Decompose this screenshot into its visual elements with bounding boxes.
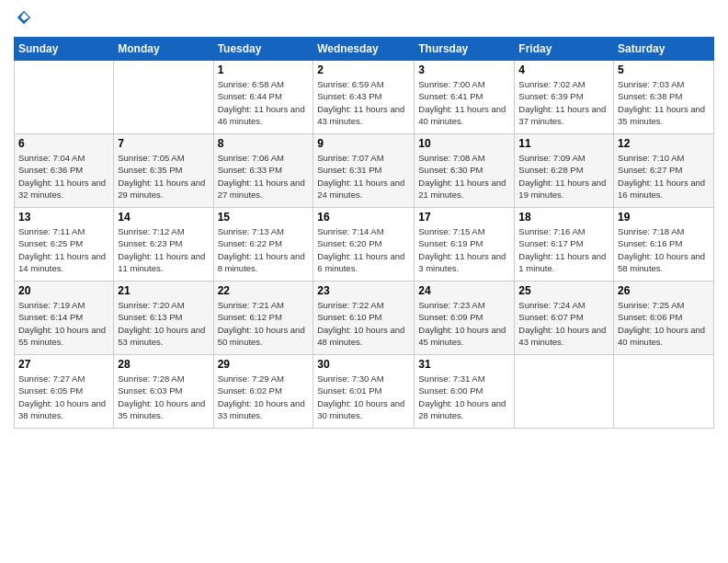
weekday-header-wednesday: Wednesday (313, 38, 415, 61)
day-number: 27 (18, 358, 109, 371)
logo-icon (16, 9, 32, 26)
calendar-cell: 2Sunrise: 6:59 AM Sunset: 6:43 PM Daylig… (313, 61, 415, 134)
day-number: 30 (317, 358, 410, 371)
day-number: 2 (317, 63, 410, 76)
day-number: 15 (218, 211, 310, 224)
day-number: 7 (118, 137, 209, 150)
calendar-cell: 4Sunrise: 7:02 AM Sunset: 6:39 PM Daylig… (515, 61, 614, 134)
day-info: Sunrise: 7:14 AM Sunset: 6:20 PM Dayligh… (317, 225, 410, 274)
day-number: 9 (317, 137, 410, 150)
calendar-cell: 12Sunrise: 7:10 AM Sunset: 6:27 PM Dayli… (614, 134, 714, 208)
calendar-cell: 10Sunrise: 7:08 AM Sunset: 6:30 PM Dayli… (415, 134, 515, 208)
day-info: Sunrise: 7:18 AM Sunset: 6:16 PM Dayligh… (618, 225, 710, 274)
weekday-header-tuesday: Tuesday (213, 38, 313, 61)
day-info: Sunrise: 7:07 AM Sunset: 6:31 PM Dayligh… (317, 152, 410, 201)
day-number: 25 (518, 284, 609, 297)
calendar-cell: 20Sunrise: 7:19 AM Sunset: 6:14 PM Dayli… (15, 282, 114, 355)
calendar-cell (515, 355, 614, 429)
day-number: 19 (618, 211, 710, 224)
day-number: 21 (118, 284, 209, 297)
day-info: Sunrise: 7:19 AM Sunset: 6:14 PM Dayligh… (18, 299, 109, 348)
day-number: 3 (418, 63, 510, 76)
day-info: Sunrise: 7:00 AM Sunset: 6:41 PM Dayligh… (418, 78, 510, 127)
day-number: 10 (418, 137, 510, 150)
day-info: Sunrise: 7:05 AM Sunset: 6:35 PM Dayligh… (118, 152, 209, 201)
weekday-header-sunday: Sunday (15, 38, 114, 61)
calendar-cell (114, 61, 213, 134)
calendar-cell: 16Sunrise: 7:14 AM Sunset: 6:20 PM Dayli… (313, 208, 415, 282)
calendar-cell: 13Sunrise: 7:11 AM Sunset: 6:25 PM Dayli… (15, 208, 114, 282)
day-info: Sunrise: 7:16 AM Sunset: 6:17 PM Dayligh… (518, 225, 609, 274)
header (14, 9, 714, 29)
calendar-cell: 24Sunrise: 7:23 AM Sunset: 6:09 PM Dayli… (415, 282, 515, 355)
weekday-header-thursday: Thursday (415, 38, 515, 61)
day-number: 13 (18, 211, 109, 224)
calendar-cell: 7Sunrise: 7:05 AM Sunset: 6:35 PM Daylig… (114, 134, 213, 208)
calendar-cell: 27Sunrise: 7:27 AM Sunset: 6:05 PM Dayli… (15, 355, 114, 429)
day-number: 12 (618, 137, 710, 150)
day-number: 1 (218, 63, 310, 76)
calendar-cell (15, 61, 114, 134)
day-info: Sunrise: 6:59 AM Sunset: 6:43 PM Dayligh… (317, 78, 410, 127)
day-number: 8 (218, 137, 310, 150)
calendar-cell: 1Sunrise: 6:58 AM Sunset: 6:44 PM Daylig… (213, 61, 313, 134)
weekday-header-friday: Friday (515, 38, 614, 61)
calendar-cell: 6Sunrise: 7:04 AM Sunset: 6:36 PM Daylig… (15, 134, 114, 208)
calendar-cell: 22Sunrise: 7:21 AM Sunset: 6:12 PM Dayli… (213, 282, 313, 355)
day-number: 23 (317, 284, 410, 297)
calendar-cell: 14Sunrise: 7:12 AM Sunset: 6:23 PM Dayli… (114, 208, 213, 282)
day-info: Sunrise: 7:10 AM Sunset: 6:27 PM Dayligh… (618, 152, 710, 201)
calendar-cell: 5Sunrise: 7:03 AM Sunset: 6:38 PM Daylig… (614, 61, 714, 134)
day-number: 5 (618, 63, 710, 76)
day-info: Sunrise: 7:22 AM Sunset: 6:10 PM Dayligh… (317, 299, 410, 348)
day-info: Sunrise: 7:23 AM Sunset: 6:09 PM Dayligh… (418, 299, 510, 348)
day-info: Sunrise: 7:06 AM Sunset: 6:33 PM Dayligh… (218, 152, 310, 201)
day-info: Sunrise: 7:04 AM Sunset: 6:36 PM Dayligh… (18, 152, 109, 201)
day-number: 29 (218, 358, 310, 371)
day-number: 24 (418, 284, 510, 297)
day-info: Sunrise: 7:21 AM Sunset: 6:12 PM Dayligh… (218, 299, 310, 348)
calendar-cell: 31Sunrise: 7:31 AM Sunset: 6:00 PM Dayli… (415, 355, 515, 429)
calendar-cell: 18Sunrise: 7:16 AM Sunset: 6:17 PM Dayli… (515, 208, 614, 282)
day-info: Sunrise: 7:08 AM Sunset: 6:30 PM Dayligh… (418, 152, 510, 201)
day-info: Sunrise: 7:29 AM Sunset: 6:02 PM Dayligh… (218, 373, 310, 421)
week-row-1: 1Sunrise: 6:58 AM Sunset: 6:44 PM Daylig… (15, 61, 714, 134)
calendar-cell: 21Sunrise: 7:20 AM Sunset: 6:13 PM Dayli… (114, 282, 213, 355)
week-row-4: 20Sunrise: 7:19 AM Sunset: 6:14 PM Dayli… (15, 282, 714, 355)
day-info: Sunrise: 7:27 AM Sunset: 6:05 PM Dayligh… (18, 373, 109, 421)
day-number: 31 (418, 358, 510, 371)
day-number: 4 (518, 63, 609, 76)
calendar-cell: 8Sunrise: 7:06 AM Sunset: 6:33 PM Daylig… (213, 134, 313, 208)
calendar-cell: 15Sunrise: 7:13 AM Sunset: 6:22 PM Dayli… (213, 208, 313, 282)
calendar-cell: 29Sunrise: 7:29 AM Sunset: 6:02 PM Dayli… (213, 355, 313, 429)
day-info: Sunrise: 7:15 AM Sunset: 6:19 PM Dayligh… (418, 225, 510, 274)
day-info: Sunrise: 7:03 AM Sunset: 6:38 PM Dayligh… (618, 78, 710, 127)
weekday-header-row: SundayMondayTuesdayWednesdayThursdayFrid… (15, 38, 714, 61)
calendar-cell: 17Sunrise: 7:15 AM Sunset: 6:19 PM Dayli… (415, 208, 515, 282)
day-number: 20 (18, 284, 109, 297)
calendar-cell: 23Sunrise: 7:22 AM Sunset: 6:10 PM Dayli… (313, 282, 415, 355)
day-number: 22 (218, 284, 310, 297)
calendar-cell: 25Sunrise: 7:24 AM Sunset: 6:07 PM Dayli… (515, 282, 614, 355)
calendar-cell: 11Sunrise: 7:09 AM Sunset: 6:28 PM Dayli… (515, 134, 614, 208)
day-info: Sunrise: 7:25 AM Sunset: 6:06 PM Dayligh… (618, 299, 710, 348)
calendar-cell: 9Sunrise: 7:07 AM Sunset: 6:31 PM Daylig… (313, 134, 415, 208)
day-number: 11 (518, 137, 609, 150)
day-info: Sunrise: 7:09 AM Sunset: 6:28 PM Dayligh… (518, 152, 609, 201)
day-info: Sunrise: 7:24 AM Sunset: 6:07 PM Dayligh… (518, 299, 609, 348)
day-info: Sunrise: 7:13 AM Sunset: 6:22 PM Dayligh… (218, 225, 310, 274)
calendar-cell: 26Sunrise: 7:25 AM Sunset: 6:06 PM Dayli… (614, 282, 714, 355)
calendar-cell: 19Sunrise: 7:18 AM Sunset: 6:16 PM Dayli… (614, 208, 714, 282)
day-info: Sunrise: 7:30 AM Sunset: 6:01 PM Dayligh… (317, 373, 410, 421)
page: SundayMondayTuesdayWednesdayThursdayFrid… (0, 0, 728, 563)
day-info: Sunrise: 7:02 AM Sunset: 6:39 PM Dayligh… (518, 78, 609, 127)
day-number: 26 (618, 284, 710, 297)
week-row-2: 6Sunrise: 7:04 AM Sunset: 6:36 PM Daylig… (15, 134, 714, 208)
day-number: 16 (317, 211, 410, 224)
day-number: 17 (418, 211, 510, 224)
day-info: Sunrise: 6:58 AM Sunset: 6:44 PM Dayligh… (218, 78, 310, 127)
weekday-header-monday: Monday (114, 38, 213, 61)
day-info: Sunrise: 7:31 AM Sunset: 6:00 PM Dayligh… (418, 373, 510, 421)
day-number: 6 (18, 137, 109, 150)
day-info: Sunrise: 7:28 AM Sunset: 6:03 PM Dayligh… (118, 373, 209, 421)
